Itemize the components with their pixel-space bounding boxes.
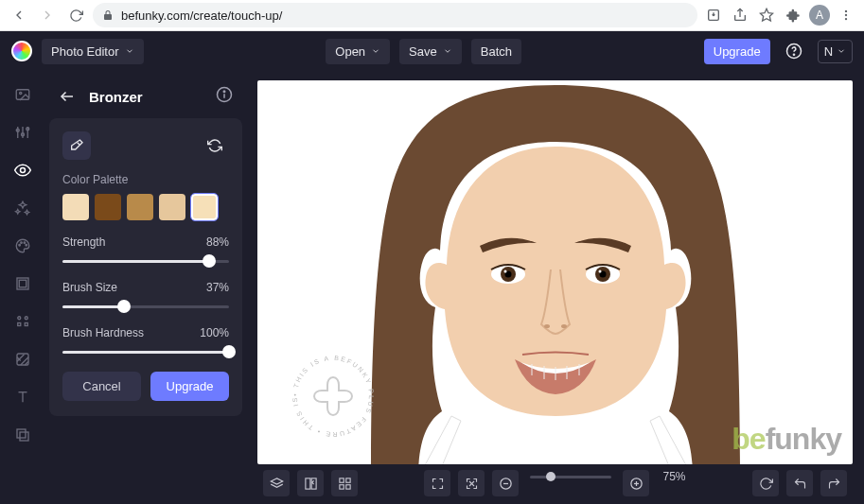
reset-button[interactable] (201, 131, 229, 160)
rail-overlays-icon[interactable] (12, 349, 33, 370)
svg-rect-31 (20, 432, 28, 441)
swatch-0[interactable] (62, 194, 89, 220)
svg-point-7 (793, 54, 794, 55)
svg-point-3 (845, 10, 847, 12)
svg-rect-59 (345, 484, 349, 488)
extensions-icon[interactable] (783, 5, 803, 26)
tool-panel: Bronzer Color Palette Strength88% Bru (45, 71, 250, 504)
upgrade-button-top[interactable]: Upgrade (704, 39, 770, 64)
chevron-down-icon (371, 46, 380, 56)
rail-graphics-icon[interactable] (12, 311, 33, 332)
url-text: befunky.com/create/touch-up/ (121, 9, 282, 23)
panel-back-button[interactable] (55, 84, 79, 109)
nav-reload-button[interactable] (64, 4, 87, 26)
cancel-button[interactable]: Cancel (62, 372, 141, 401)
app-toolbar: Photo Editor Open Save Batch Upgrade N (0, 31, 864, 71)
brush-hardness-slider-row: Brush Hardness100% (62, 326, 229, 358)
zoom-in-button[interactable] (623, 470, 649, 496)
svg-point-35 (223, 91, 225, 93)
profile-avatar[interactable]: A (809, 5, 830, 26)
svg-line-36 (78, 143, 80, 146)
svg-point-40 (503, 270, 506, 273)
svg-point-19 (24, 242, 26, 244)
fit-screen-button[interactable] (458, 470, 485, 496)
canvas-area: • THIS IS A BEFUNKY PLUS FEATURE • THIS … (250, 71, 864, 504)
svg-rect-56 (339, 478, 343, 481)
rail-sliders-icon[interactable] (12, 122, 33, 143)
rail-effects-icon[interactable] (12, 198, 33, 218)
canvas-footer: 75% (257, 464, 853, 496)
info-button[interactable] (216, 86, 237, 107)
editor-mode-dropdown[interactable]: Photo Editor (42, 39, 144, 64)
plus-feature-badge: • THIS IS A BEFUNKY PLUS FEATURE • THIS … (286, 349, 380, 443)
rail-image-icon[interactable] (12, 84, 33, 105)
svg-point-4 (845, 14, 847, 16)
strength-slider[interactable] (62, 254, 229, 268)
rail-touchup-icon[interactable] (12, 160, 33, 181)
swatch-3[interactable] (159, 194, 185, 220)
brush-size-slider[interactable] (62, 300, 229, 313)
svg-rect-57 (345, 478, 349, 481)
svg-text:• THIS IS A BEFUNKY PLUS FEATU: • THIS IS A BEFUNKY PLUS FEATURE • THIS … (286, 349, 375, 438)
browser-toolbar: befunky.com/create/touch-up/ A (0, 0, 864, 31)
zoom-slider[interactable] (530, 470, 611, 483)
rotate-button[interactable] (752, 470, 779, 496)
nav-forward-button[interactable] (36, 4, 59, 26)
brush-hardness-label: Brush Hardness (62, 326, 144, 339)
svg-rect-58 (339, 484, 343, 488)
help-button[interactable] (780, 37, 808, 65)
rail-artsy-icon[interactable] (12, 235, 33, 256)
watermark: befunky (732, 422, 841, 457)
bronzer-settings-card: Color Palette Strength88% Brush Size37% … (49, 118, 242, 416)
strength-label: Strength (62, 235, 105, 249)
share-icon[interactable] (730, 5, 750, 26)
svg-point-44 (598, 270, 601, 273)
rail-text-icon[interactable] (12, 387, 33, 408)
open-button[interactable]: Open (326, 39, 390, 64)
upgrade-button-panel[interactable]: Upgrade (150, 372, 229, 401)
brush-hardness-slider[interactable] (62, 345, 229, 358)
brush-size-slider-row: Brush Size37% (62, 281, 229, 313)
swatch-4[interactable] (191, 194, 218, 220)
svg-point-17 (19, 245, 21, 247)
kebab-menu-icon[interactable] (836, 5, 856, 26)
undo-button[interactable] (786, 470, 813, 496)
user-menu[interactable]: N (818, 40, 853, 63)
batch-button[interactable]: Batch (471, 39, 521, 64)
svg-point-16 (21, 168, 26, 173)
canvas[interactable]: • THIS IS A BEFUNKY PLUS FEATURE • THIS … (257, 80, 853, 464)
brush-size-label: Brush Size (62, 281, 117, 294)
swatch-1[interactable] (95, 194, 121, 220)
svg-rect-25 (18, 323, 21, 326)
strength-slider-row: Strength88% (62, 235, 229, 268)
rail-textures-icon[interactable] (12, 425, 33, 445)
nav-back-button[interactable] (8, 4, 30, 26)
erase-toggle-button[interactable] (62, 131, 91, 160)
bookmark-star-icon[interactable] (756, 5, 777, 26)
save-button[interactable]: Save (399, 39, 462, 64)
rail-frames-icon[interactable] (12, 273, 33, 294)
compare-button[interactable] (297, 470, 324, 496)
lock-icon (102, 9, 114, 21)
main-area: Bronzer Color Palette Strength88% Bru (0, 71, 864, 504)
svg-rect-26 (25, 323, 27, 326)
chevron-down-icon (443, 46, 452, 56)
fullscreen-button[interactable] (424, 470, 450, 496)
svg-point-24 (25, 317, 27, 320)
svg-rect-22 (19, 280, 26, 287)
install-app-icon[interactable] (703, 5, 724, 26)
svg-point-46 (561, 324, 567, 328)
panel-title: Bronzer (89, 89, 206, 105)
svg-rect-54 (305, 478, 309, 488)
layers-button[interactable] (263, 470, 290, 496)
address-bar[interactable]: befunky.com/create/touch-up/ (93, 3, 697, 27)
color-palette-label: Color Palette (62, 173, 229, 186)
svg-point-9 (20, 92, 22, 94)
redo-button[interactable] (820, 470, 847, 496)
svg-rect-30 (17, 429, 26, 438)
grid-button[interactable] (331, 470, 358, 496)
zoom-out-button[interactable] (492, 470, 519, 496)
chevron-down-icon (125, 46, 134, 56)
app-logo[interactable] (11, 41, 32, 61)
swatch-2[interactable] (127, 194, 153, 220)
